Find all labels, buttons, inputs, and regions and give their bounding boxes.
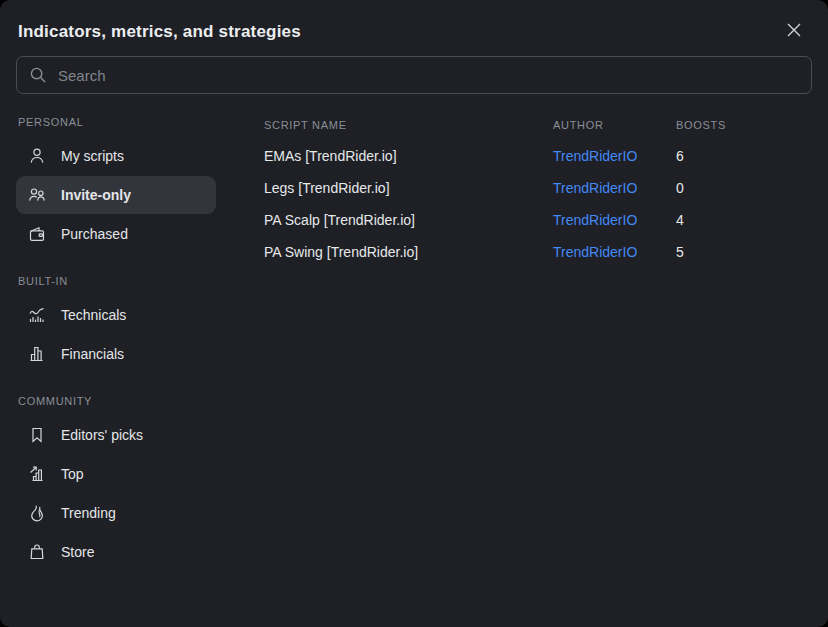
sidebar-item-label: Financials	[61, 346, 124, 362]
close-icon	[784, 20, 804, 40]
boosts-count: 4	[676, 212, 812, 228]
script-name: PA Swing [TrendRider.io]	[264, 244, 553, 260]
section-label-personal: PERSONAL	[16, 110, 216, 136]
boosts-count: 5	[676, 244, 812, 260]
close-button[interactable]	[780, 16, 808, 44]
sidebar-item-financials[interactable]: Financials	[16, 335, 216, 373]
boosts-count: 0	[676, 180, 812, 196]
sidebar: PERSONAL My scripts Invite-only	[16, 110, 216, 627]
sidebar-item-trending[interactable]: Trending	[16, 494, 216, 532]
sidebar-item-purchased[interactable]: Purchased	[16, 215, 216, 253]
sidebar-item-label: Purchased	[61, 226, 128, 242]
sidebar-item-label: Top	[61, 466, 84, 482]
search-icon	[28, 65, 48, 85]
author-link[interactable]: TrendRiderIO	[553, 244, 676, 260]
wallet-icon	[26, 223, 48, 245]
column-header-boosts: BOOSTS	[676, 119, 812, 131]
sidebar-item-my-scripts[interactable]: My scripts	[16, 137, 216, 175]
section-label-built-in: BUILT-IN	[16, 269, 216, 295]
dialog-header: Indicators, metrics, and strategies	[0, 0, 828, 44]
sidebar-item-technicals[interactable]: Technicals	[16, 296, 216, 334]
dialog-content: PERSONAL My scripts Invite-only	[0, 110, 828, 627]
person-icon	[26, 145, 48, 167]
sidebar-item-top[interactable]: Top	[16, 455, 216, 493]
sidebar-item-invite-only[interactable]: Invite-only	[16, 176, 216, 214]
table-row[interactable]: PA Swing [TrendRider.io] TrendRiderIO 5	[264, 236, 812, 268]
sidebar-item-store[interactable]: Store	[16, 533, 216, 571]
sidebar-item-label: Trending	[61, 505, 116, 521]
table-header-row: SCRIPT NAME AUTHOR BOOSTS	[264, 110, 812, 140]
table-row[interactable]: Legs [TrendRider.io] TrendRiderIO 0	[264, 172, 812, 204]
bookmark-icon	[26, 424, 48, 446]
shopping-bag-icon	[26, 541, 48, 563]
technicals-icon	[26, 304, 48, 326]
people-icon	[26, 184, 48, 206]
table-row[interactable]: EMAs [TrendRider.io] TrendRiderIO 6	[264, 140, 812, 172]
author-link[interactable]: TrendRiderIO	[553, 180, 676, 196]
search-box[interactable]	[16, 56, 812, 94]
sidebar-item-label: My scripts	[61, 148, 124, 164]
script-name: Legs [TrendRider.io]	[264, 180, 553, 196]
sidebar-item-label: Technicals	[61, 307, 126, 323]
column-header-author: AUTHOR	[553, 119, 676, 131]
scripts-table: SCRIPT NAME AUTHOR BOOSTS EMAs [TrendRid…	[264, 110, 812, 627]
sidebar-item-label: Editors' picks	[61, 427, 143, 443]
table-row[interactable]: PA Scalp [TrendRider.io] TrendRiderIO 4	[264, 204, 812, 236]
flame-icon	[26, 502, 48, 524]
sidebar-item-label: Store	[61, 544, 94, 560]
section-label-community: COMMUNITY	[16, 389, 216, 415]
top-chart-icon	[26, 463, 48, 485]
column-header-script-name: SCRIPT NAME	[264, 119, 553, 131]
indicators-dialog: Indicators, metrics, and strategies PERS…	[0, 0, 828, 627]
sidebar-item-label: Invite-only	[61, 187, 131, 203]
financials-icon	[26, 343, 48, 365]
script-name: PA Scalp [TrendRider.io]	[264, 212, 553, 228]
author-link[interactable]: TrendRiderIO	[553, 148, 676, 164]
page-title: Indicators, metrics, and strategies	[18, 22, 301, 42]
search-input[interactable]	[58, 67, 800, 84]
script-name: EMAs [TrendRider.io]	[264, 148, 553, 164]
boosts-count: 6	[676, 148, 812, 164]
author-link[interactable]: TrendRiderIO	[553, 212, 676, 228]
sidebar-item-editors-picks[interactable]: Editors' picks	[16, 416, 216, 454]
